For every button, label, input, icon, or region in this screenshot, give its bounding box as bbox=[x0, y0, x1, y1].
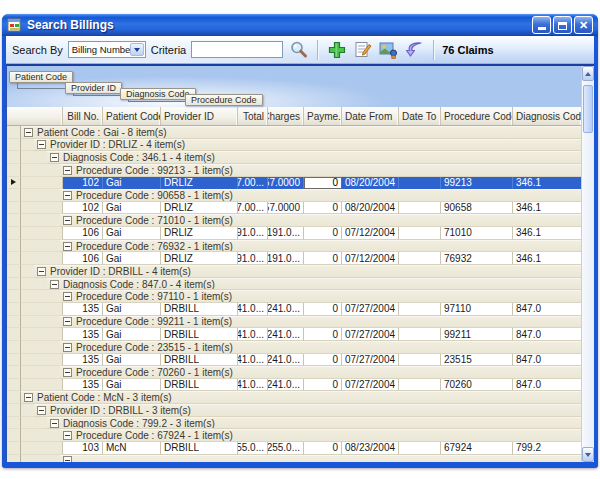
cell-date-to[interactable] bbox=[399, 303, 441, 316]
group-row[interactable]: Provider ID : DRLIZ - 4 item(s) bbox=[7, 139, 581, 152]
collapse-icon[interactable] bbox=[50, 280, 59, 289]
group-row[interactable]: Procedure Code : 99213 - 1 item(s) bbox=[7, 164, 581, 177]
cell-bill-no[interactable]: 135 bbox=[63, 354, 103, 367]
record-selector[interactable] bbox=[7, 189, 21, 202]
cell-patient-code[interactable]: Gai bbox=[103, 177, 161, 190]
cell-patient-code[interactable]: Gai bbox=[103, 227, 161, 240]
cell-patient-code[interactable]: McN bbox=[103, 442, 161, 455]
column-header-payments[interactable]: Payme... bbox=[304, 107, 342, 125]
cell-bill-no[interactable]: 135 bbox=[63, 328, 103, 341]
cell-bill-no[interactable]: 135 bbox=[63, 303, 103, 316]
cell-date-from[interactable]: 07/27/2004 bbox=[342, 354, 399, 367]
cell-payments[interactable]: 0 bbox=[304, 442, 342, 455]
record-selector[interactable] bbox=[7, 214, 21, 227]
minimize-button[interactable] bbox=[532, 16, 551, 34]
cell-diagnosis-code[interactable]: 847.0 bbox=[513, 303, 581, 316]
record-selector[interactable] bbox=[7, 139, 21, 152]
column-header-provider-id[interactable]: Provider ID bbox=[161, 107, 238, 125]
collapse-icon[interactable] bbox=[63, 292, 72, 301]
cell-diagnosis-code[interactable]: 847.0 bbox=[513, 354, 581, 367]
group-header-bar[interactable]: Diagnosis Code : 799.2 - 3 item(s) bbox=[47, 417, 581, 430]
cell-diagnosis-code[interactable]: 847.0 bbox=[513, 328, 581, 341]
group-by-box-patient-code[interactable]: Patient Code bbox=[9, 71, 73, 83]
group-header-bar[interactable]: Provider ID : DRBILL - 3 item(s) bbox=[34, 404, 581, 417]
group-header-bar[interactable]: Procedure Code : 70260 - 1 item(s) bbox=[60, 366, 581, 379]
group-header-bar[interactable]: Procedure Code : 90658 - 1 item(s) bbox=[60, 189, 581, 202]
record-selector[interactable] bbox=[7, 404, 21, 417]
collapse-icon[interactable] bbox=[63, 368, 72, 377]
record-selector[interactable] bbox=[7, 354, 21, 367]
cell-charges[interactable]: 191.0... bbox=[268, 227, 304, 240]
group-header-bar[interactable]: Provider ID : DRBILL - 4 item(s) bbox=[34, 265, 581, 278]
collapse-icon[interactable] bbox=[63, 216, 72, 225]
cell-payments[interactable]: 0 bbox=[304, 252, 342, 265]
vertical-scrollbar[interactable] bbox=[581, 66, 594, 462]
group-row[interactable]: Procedure Code : 67924 - 1 item(s) bbox=[7, 429, 581, 442]
column-header-date-to[interactable]: Date To bbox=[399, 107, 441, 125]
billing-row[interactable]: 135GaiDRBILL241.0...241.0...007/27/20047… bbox=[7, 379, 581, 392]
cell-provider-id[interactable]: DRBILL bbox=[161, 303, 238, 316]
scroll-down-button[interactable] bbox=[582, 447, 594, 462]
maximize-button[interactable] bbox=[553, 16, 572, 34]
cell-provider-id[interactable]: DRLIZ bbox=[161, 252, 238, 265]
cell-bill-no[interactable]: 106 bbox=[63, 252, 103, 265]
cell-date-to[interactable] bbox=[399, 202, 441, 215]
cell-procedure-code[interactable]: 67924 bbox=[441, 442, 513, 455]
column-header-procedure-code[interactable]: Procedure Code bbox=[441, 107, 513, 125]
group-header-bar[interactable]: Procedure Code : 97110 - 1 item(s) bbox=[60, 290, 581, 303]
cell-total[interactable]: 255.0... bbox=[238, 442, 268, 455]
cell-total[interactable]: 241.0... bbox=[238, 379, 268, 392]
record-selector[interactable] bbox=[7, 202, 21, 215]
claim-image-button[interactable] bbox=[378, 39, 399, 60]
group-header-bar[interactable]: Procedure Code : 99211 - 1 item(s) bbox=[60, 316, 581, 329]
cell-procedure-code[interactable]: 76932 bbox=[441, 252, 513, 265]
cell-provider-id[interactable]: DRLIZ bbox=[161, 227, 238, 240]
group-row[interactable]: Procedure Code : 90658 - 1 item(s) bbox=[7, 189, 581, 202]
group-header-bar[interactable]: Procedure Code : 71010 - 1 item(s) bbox=[60, 214, 581, 227]
record-selector[interactable] bbox=[7, 278, 21, 291]
collapse-icon[interactable] bbox=[37, 406, 46, 415]
collapse-icon[interactable] bbox=[63, 456, 72, 462]
cell-charges[interactable]: 57.0000 bbox=[268, 177, 304, 190]
collapse-icon[interactable] bbox=[50, 419, 59, 428]
cell-diagnosis-code[interactable]: 346.1 bbox=[513, 252, 581, 265]
group-row[interactable]: Procedure Code : 23515 - 1 item(s) bbox=[7, 341, 581, 354]
group-header-bar[interactable]: Procedure Code : 23515 - 1 item(s) bbox=[60, 341, 581, 354]
cell-date-from[interactable]: 07/27/2004 bbox=[342, 379, 399, 392]
group-row[interactable]: Procedure Code : 71010 - 1 item(s) bbox=[7, 214, 581, 227]
group-row[interactable]: Procedure Code : 76932 - 1 item(s) bbox=[7, 240, 581, 253]
cell-patient-code[interactable]: Gai bbox=[103, 354, 161, 367]
cell-date-to[interactable] bbox=[399, 252, 441, 265]
column-header-total[interactable]: Total bbox=[238, 107, 268, 125]
cell-bill-no[interactable]: 103 bbox=[63, 442, 103, 455]
record-selector[interactable] bbox=[7, 328, 21, 341]
record-selector[interactable] bbox=[7, 151, 21, 164]
cell-diagnosis-code[interactable]: 346.1 bbox=[513, 177, 581, 190]
collapse-icon[interactable] bbox=[63, 242, 72, 251]
record-selector[interactable] bbox=[7, 366, 21, 379]
group-row[interactable]: Patient Code : McN - 3 item(s) bbox=[7, 391, 581, 404]
cell-payments[interactable]: 0 bbox=[304, 202, 342, 215]
group-header-bar[interactable]: Diagnosis Code : 346.1 - 4 item(s) bbox=[47, 151, 581, 164]
cell-diagnosis-code[interactable]: 346.1 bbox=[513, 227, 581, 240]
group-by-box-provider-id[interactable]: Provider ID bbox=[65, 82, 122, 94]
close-button[interactable]: ✕ bbox=[574, 16, 593, 34]
title-bar[interactable]: Search Billings ✕ bbox=[2, 14, 598, 36]
search-by-select[interactable]: Billing Number bbox=[68, 41, 146, 58]
record-selector[interactable] bbox=[7, 164, 21, 177]
collapse-icon[interactable] bbox=[63, 317, 72, 326]
collapse-icon[interactable] bbox=[24, 128, 33, 137]
record-selector[interactable] bbox=[7, 391, 21, 404]
add-button[interactable] bbox=[326, 39, 347, 60]
group-row[interactable]: Diagnosis Code : 799.2 - 3 item(s) bbox=[7, 417, 581, 430]
cell-diagnosis-code[interactable]: 346.1 bbox=[513, 202, 581, 215]
cell-date-from[interactable]: 07/12/2004 bbox=[342, 227, 399, 240]
billing-row[interactable]: 135GaiDRBILL241.0...241.0...007/27/20042… bbox=[7, 354, 581, 367]
cell-procedure-code[interactable]: 23515 bbox=[441, 354, 513, 367]
collapse-icon[interactable] bbox=[63, 343, 72, 352]
cell-charges[interactable]: 241.0... bbox=[268, 379, 304, 392]
cell-payments[interactable]: 0 bbox=[304, 303, 342, 316]
record-selector[interactable] bbox=[7, 290, 21, 303]
cell-procedure-code[interactable]: 71010 bbox=[441, 227, 513, 240]
cell-date-from[interactable]: 07/27/2004 bbox=[342, 328, 399, 341]
